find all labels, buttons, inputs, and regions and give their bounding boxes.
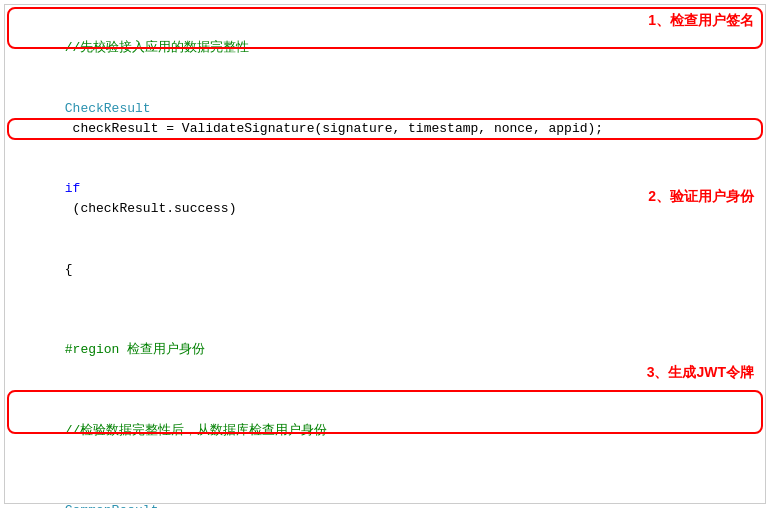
code-normal-5 [65, 322, 96, 337]
kw-if-1: if [65, 181, 81, 196]
brace-open-1: { [65, 262, 73, 277]
annotation-label-2: 2、验证用户身份 [648, 186, 754, 208]
code-line-7: CommonResult result = BLLFactory < Subsc… [18, 461, 758, 508]
annotation-label-3: 3、生成JWT令牌 [647, 362, 754, 384]
type-checkresult: CheckResult [65, 101, 151, 116]
code-line-3: if (checkResult.success) [18, 159, 758, 240]
code-container: 1、检查用户签名 2、验证用户身份 3、生成JWT令牌 //先校验接入应用的数据… [0, 0, 770, 508]
code-line-2: CheckResult checkResult = ValidateSignat… [18, 78, 758, 159]
code-line-4: { [18, 240, 758, 300]
code-normal-2: checkResult = ValidateSignature(signatur… [65, 121, 603, 136]
comment-2: //检验数据完整性后，从数据库检查用户身份 [65, 423, 328, 438]
code-block: //先校验接入应用的数据完整性 CheckResult checkResult … [12, 8, 758, 508]
code-line-6: //检验数据完整性后，从数据库检查用户身份 [18, 381, 758, 462]
code-normal-6a [65, 403, 96, 418]
indent-7 [65, 483, 96, 498]
comment-1: //先校验接入应用的数据完整性 [65, 40, 250, 55]
region-comment: #region 检查用户身份 [65, 342, 205, 357]
annotation-label-1: 1、检查用户签名 [648, 10, 754, 32]
type-commonresult: CommonResult [65, 503, 159, 508]
code-normal-3: (checkResult.success) [65, 201, 237, 216]
code-line-1: //先校验接入应用的数据完整性 [18, 18, 758, 78]
